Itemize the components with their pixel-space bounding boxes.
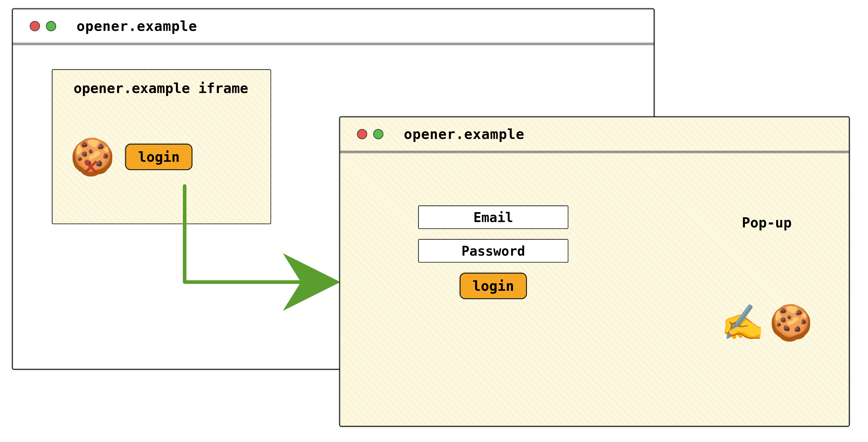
iframe-label: opener.example iframe <box>73 80 271 96</box>
popup-label: Pop-up <box>742 214 792 231</box>
popup-window: opener.example Email Password login Pop-… <box>339 116 850 427</box>
minimize-icon[interactable] <box>46 21 56 31</box>
iframe-login-button[interactable]: login <box>125 144 192 170</box>
opener-window-titlebar: opener.example <box>13 9 654 43</box>
popup-login-button[interactable]: login <box>460 273 527 299</box>
cookie-icon: 🍪 ✕ <box>70 139 115 175</box>
minimize-icon[interactable] <box>373 129 383 139</box>
popup-window-titlebar: opener.example <box>340 117 849 151</box>
writing-hand-icon: ✍️ <box>721 302 765 343</box>
window-controls <box>357 129 383 139</box>
opener-window-title: opener.example <box>76 18 197 34</box>
popup-window-title: opener.example <box>404 126 525 142</box>
cross-icon: ✕ <box>83 152 99 179</box>
cookie-icon: 🍪 <box>769 302 813 343</box>
window-controls <box>30 21 56 31</box>
close-icon[interactable] <box>357 129 367 139</box>
password-field[interactable]: Password <box>418 239 568 263</box>
write-cookie-icons: ✍️ 🍪 <box>721 302 813 343</box>
login-form: Email Password login <box>418 206 568 299</box>
iframe-panel: opener.example iframe 🍪 ✕ login <box>52 69 271 224</box>
email-field[interactable]: Email <box>418 206 568 229</box>
close-icon[interactable] <box>30 21 40 31</box>
